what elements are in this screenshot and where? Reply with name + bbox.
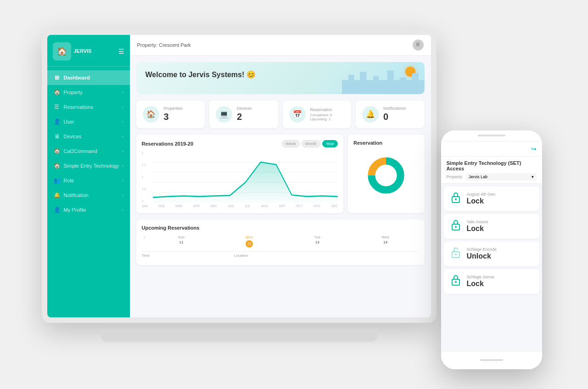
stat-value: 3 — [164, 112, 199, 122]
laptop-body: 🏠 JERVIS ☰ ⊞ Dashboard — [42, 29, 437, 323]
stat-card-notifications: 🔔 Notifications 0 — [356, 101, 425, 128]
sidebar-item-user[interactable]: 👤 User › — [47, 114, 130, 129]
properties-icon: 🏠 — [143, 106, 159, 123]
sidebar-item-profile[interactable]: 👤 My Profile › — [47, 203, 130, 217]
notch-bar — [478, 135, 505, 136]
svg-point-10 — [455, 226, 457, 228]
lock-info-yale: Yale Assure Lock — [467, 220, 534, 233]
chart-tabs: Week Month Year — [282, 140, 338, 147]
donut-chart-title: Reservation — [353, 140, 382, 146]
phone-screen: ↪ Simple Entry Technology (SET) Access P… — [441, 141, 542, 351]
welcome-banner: Welcome to Jervis Systems! 😊 — [136, 62, 425, 94]
phone-property-row: Property: Jervis Lab ▾ — [447, 173, 537, 180]
property-icon: 🏠 — [54, 89, 60, 96]
device-name: Schlage Sense — [467, 275, 534, 279]
sidebar-item-set[interactable]: 🏠 Simple Entry Technology › — [47, 158, 130, 173]
sidebar-item-devices[interactable]: 🖥 Devices › — [47, 129, 130, 144]
cal-day-wed: Wed 14 — [352, 235, 419, 248]
sidebar-item-label: User — [64, 119, 74, 124]
notification-icon: 🔔 — [54, 192, 60, 198]
property-select[interactable]: Jervis Lab ▾ — [466, 173, 536, 180]
cal-day-mon: Mon 12 — [216, 235, 283, 248]
lock-icon-august — [449, 191, 462, 207]
devices-stat-icon: 💻 — [216, 106, 232, 123]
stat-card-devices: 💻 Devices 2 — [209, 101, 278, 128]
sidebar-item-label: My Profile — [64, 207, 86, 213]
sidebar-item-role[interactable]: 👥 Role › — [47, 173, 130, 188]
stat-label: Reservation — [310, 107, 345, 112]
sidebar-item-label: Cal2Command — [64, 148, 97, 154]
stat-label: Devices — [237, 106, 272, 111]
chevron-icon: › — [122, 105, 123, 109]
chevron-icon: › — [122, 90, 123, 95]
stat-label: Notifications — [383, 106, 418, 111]
line-chart-svg — [153, 152, 338, 203]
phone-bottom-bar — [441, 351, 542, 369]
dashboard-icon: ⊞ — [54, 74, 60, 81]
device-name: Yale Assure — [467, 220, 534, 224]
lock-item-yale[interactable]: Yale Assure Lock — [444, 214, 539, 239]
phone-topbar: ↪ — [441, 141, 542, 157]
svg-point-14 — [455, 281, 457, 283]
sidebar-item-property[interactable]: 🏠 Property › — [47, 85, 130, 100]
tab-year[interactable]: Year — [322, 140, 338, 147]
set-icon: 🏠 — [54, 163, 60, 169]
sidebar-item-notification[interactable]: 🔔 Notification › — [47, 188, 130, 203]
reservations-icon: ☰ — [54, 104, 60, 110]
stat-label: Properties — [164, 106, 199, 111]
sidebar-item-label: Notification — [64, 192, 89, 198]
sidebar-item-dashboard[interactable]: ⊞ Dashboard — [47, 70, 130, 85]
cal-day-tue: Tue 13 — [284, 235, 351, 248]
cal-day-sun: Sun 11 — [148, 235, 215, 248]
device-name: Schlage Encode — [467, 247, 534, 252]
donut-svg — [365, 155, 407, 196]
chevron-icon: › — [122, 193, 123, 197]
chevron-icon: › — [122, 149, 123, 153]
scene: 🏠 JERVIS ☰ ⊞ Dashboard — [42, 16, 547, 374]
property-label: Property: — [447, 175, 464, 179]
sidebar-item-label: Reservations — [64, 104, 93, 110]
sidebar-item-reservations[interactable]: ☰ Reservations › — [47, 100, 130, 114]
table-header: Time Location — [142, 251, 419, 259]
sidebar-item-label: Role — [64, 178, 74, 183]
lock-item-august[interactable]: August 4th Gen Lock — [444, 186, 539, 211]
tab-month[interactable]: Month — [302, 140, 320, 147]
chevron-icon: › — [122, 178, 123, 183]
device-name: August 4th Gen — [467, 192, 534, 197]
hamburger-icon[interactable]: ☰ — [118, 48, 124, 55]
exit-icon[interactable]: ↪ — [531, 145, 537, 152]
sidebar-item-cal2command[interactable]: 🏠 Cal2Command › — [47, 144, 130, 158]
lock-status: Lock — [467, 280, 534, 288]
laptop-screen: 🏠 JERVIS ☰ ⊞ Dashboard — [47, 35, 431, 317]
charts-row: Reservations 2019-20 Week Month Year — [136, 135, 425, 213]
stat-sub: Completed: 0Upcoming: 1 — [310, 113, 345, 121]
property-label: Property: Crescent Park — [137, 42, 191, 48]
phone-title-section: Simple Entry Technology (SET) Access Pro… — [441, 157, 542, 184]
svg-point-8 — [455, 198, 457, 200]
sidebar: 🏠 JERVIS ☰ ⊞ Dashboard — [47, 35, 130, 317]
stat-info: Properties 3 — [164, 106, 199, 122]
main-content: Property: Crescent Park R Welcome to Jer… — [130, 35, 431, 317]
lock-status: Lock — [467, 197, 534, 205]
laptop-device: 🏠 JERVIS ☰ ⊞ Dashboard — [42, 29, 437, 342]
notifications-stat-icon: 🔔 — [362, 106, 379, 123]
lock-list: August 4th Gen Lock Yale Assure — [441, 184, 542, 297]
donut-chart-card: Reservation — [348, 135, 425, 213]
profile-icon: 👤 — [54, 207, 60, 213]
lock-item-schlage-sense[interactable]: Schlage Sense Lock — [444, 269, 539, 294]
upcoming-title: Upcoming Reservations — [142, 225, 419, 231]
chevron-icon: › — [122, 208, 123, 212]
stat-info: Devices 2 — [237, 106, 272, 122]
reservation-stat-icon: 📅 — [289, 106, 306, 123]
line-chart: 54.543.53 — [142, 152, 338, 203]
tab-week[interactable]: Week — [282, 140, 300, 147]
lock-item-schlage-encode[interactable]: Schlage Encode Unlock — [444, 242, 539, 266]
prev-arrow[interactable]: ‹ — [142, 235, 147, 248]
lock-status: Lock — [467, 225, 534, 233]
chevron-icon: › — [122, 119, 123, 124]
stats-row: 🏠 Properties 3 💻 Devices 2 — [136, 101, 425, 128]
stat-value: 0 — [383, 112, 418, 122]
stat-card-properties: 🏠 Properties 3 — [136, 101, 205, 128]
logo-icon: 🏠 — [53, 42, 71, 61]
lock-info-schlage-sense: Schlage Sense Lock — [467, 275, 534, 288]
